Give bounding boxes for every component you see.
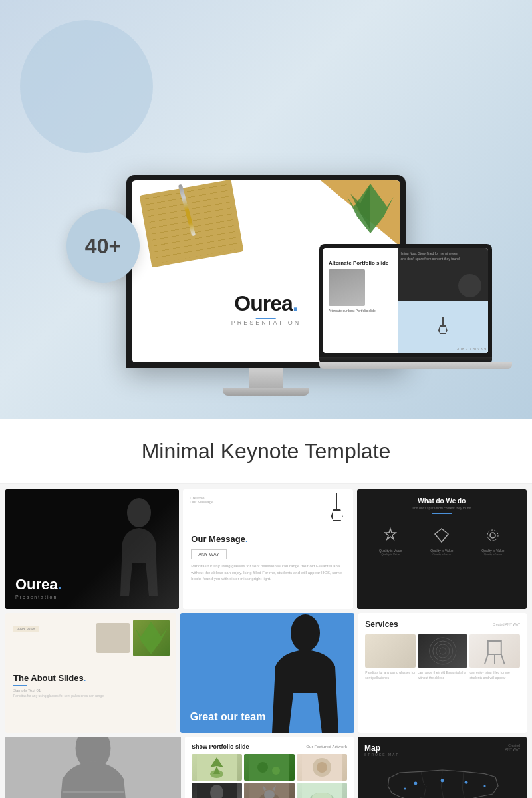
whatwedo-divider <box>432 513 452 514</box>
team-person <box>259 613 354 733</box>
laptop-person-shape <box>329 269 365 306</box>
svg-point-24 <box>272 767 280 775</box>
laptop-base <box>319 357 492 362</box>
ourea-title-wrapper: Ourea. Presentation <box>15 576 169 599</box>
person-photo <box>192 783 242 798</box>
grid-row-3: minimal MINIMAL 2019 Show Portfolio slid… <box>5 737 527 798</box>
cell-services: Services Created ANY WAY <box>358 613 527 733</box>
person-silhouette <box>259 613 352 733</box>
portfolio-header: Show Portfolio slide Our Featured Artwor… <box>192 743 347 750</box>
portfolio-img-4 <box>192 783 242 798</box>
message-text: Panditas fur any using glasses for sent … <box>191 563 344 583</box>
services-text-3: can enjoy ising filled for me students a… <box>469 670 520 680</box>
spiral-pattern <box>418 634 468 668</box>
portfolio-img-2 <box>244 754 295 781</box>
svg-point-40 <box>465 781 468 784</box>
laptop-screen: Alternate Portfolio slide Alternate our … <box>323 248 488 353</box>
food-photo <box>297 754 347 781</box>
main-title: Minimal Keynote Template <box>13 439 519 464</box>
portfolio-subtitle: Our Featured Artwork <box>306 745 347 749</box>
svg-point-7 <box>430 638 456 664</box>
woman-silhouette <box>5 737 181 798</box>
cell-message: CreativeOur Message Our Message. ANY WAY… <box>183 489 352 609</box>
svg-point-3 <box>490 533 495 538</box>
bowl-photo <box>297 783 347 798</box>
about-line <box>13 685 27 686</box>
message-lamp <box>331 493 343 521</box>
grid-section: Ourea. Presentation CreativeOur Message … <box>0 484 532 798</box>
ourea-title: Ourea. <box>15 576 169 593</box>
whatwedo-icon-2: Quality is Value Quality is Value <box>430 527 453 556</box>
lamp-wire <box>442 317 444 325</box>
monitor-container: 40+ <box>33 23 499 396</box>
diamond-icon <box>434 527 450 543</box>
chair-icon <box>469 634 520 668</box>
laptop-desc: Alternate our best Portfolio slide <box>329 309 392 313</box>
laptop-lamp <box>436 317 450 337</box>
laptop-left-panel: Alternate Portfolio slide Alternate our … <box>323 248 398 353</box>
laptop-content: Alternate Portfolio slide Alternate our … <box>323 248 488 353</box>
svg-point-27 <box>317 762 327 773</box>
laptop-title: Alternate Portfolio slide <box>329 260 392 266</box>
whatwedo-icon-1: Quality is Value Quality is Value <box>379 527 402 556</box>
laptop-frame: Alternate Portfolio slide Alternate our … <box>319 244 492 357</box>
message-button[interactable]: ANY WAY <box>191 549 226 559</box>
laptop-right-text: Isting Now, Story fitted for me nineteen… <box>401 251 460 261</box>
laptop-bottom <box>319 362 512 369</box>
screen-title: Ourea. Presentation <box>231 291 301 326</box>
map-title-wrapper: Map STROKE MAP <box>364 743 400 757</box>
svg-point-10 <box>440 648 446 654</box>
grid-row-1: Ourea. Presentation CreativeOur Message … <box>5 489 527 609</box>
svg-point-38 <box>414 782 418 785</box>
plant-photo <box>192 754 242 781</box>
svg-point-4 <box>487 530 498 541</box>
cell-portfolio: Show Portfolio slide Our Featured Artwor… <box>185 737 354 798</box>
cat-photo <box>244 783 295 798</box>
map-title: Map <box>364 743 400 753</box>
screen-title-main: Ourea. <box>231 291 301 316</box>
whatwedo-sublabel-1: Quality is Value <box>379 553 402 556</box>
portfolio-img-6 <box>297 783 347 798</box>
services-img-1 <box>365 634 416 668</box>
svg-point-42 <box>404 787 406 789</box>
succulents-photo <box>244 754 295 781</box>
about-text: Panditas fur any using glasses for sent … <box>13 694 168 699</box>
message-bulb <box>331 509 343 521</box>
monitor-stand-neck <box>249 368 283 388</box>
message-wire <box>336 493 337 509</box>
svg-line-11 <box>485 654 488 664</box>
grid-row-2: ANY WAY The About Slides. Sample Text 01… <box>5 613 527 733</box>
laptop-right-panel: Isting Now, Story fitted for me nineteen… <box>398 248 488 353</box>
monitor-stand-base <box>223 388 309 396</box>
cell-minimal: minimal MINIMAL 2019 <box>5 737 181 798</box>
cell-about: ANY WAY The About Slides. Sample Text 01… <box>5 613 176 733</box>
screen-subtitle: Presentation <box>231 319 301 326</box>
message-label: CreativeOur Message <box>190 496 213 504</box>
hero-section: 40+ <box>0 0 532 419</box>
map-created: CreatedANY WAY <box>505 743 520 751</box>
services-title: Services <box>365 620 398 629</box>
portfolio-title: Show Portfolio slide <box>192 743 249 750</box>
portfolio-img-3 <box>297 754 347 781</box>
laptop-right-blue <box>398 301 488 353</box>
svg-marker-5 <box>135 622 168 654</box>
whatwedo-sublabel-3: Quality is Value <box>481 553 504 556</box>
cell-team: Great our team <box>180 613 355 733</box>
services-text-1: Panditas fur any using glasses for sent … <box>365 670 416 680</box>
whatwedo-title: What do We do <box>365 497 519 505</box>
arrow-cross-icon <box>382 527 398 543</box>
laptop-date: 2018. 7. 7 2019 8. 9 <box>457 347 486 351</box>
svg-point-2 <box>127 498 151 527</box>
screen-plant <box>340 180 400 240</box>
gear-icon <box>485 527 501 543</box>
title-section: Minimal Keynote Template <box>0 419 532 484</box>
badge-text: 40+ <box>85 234 121 259</box>
cell-whatwedo: What do We do and don't spare from conte… <box>357 489 527 609</box>
about-title: The About Slides. <box>13 673 168 683</box>
svg-point-39 <box>441 779 444 783</box>
map-header: Map STROKE MAP CreatedANY WAY <box>364 743 520 757</box>
cell-ourea: Ourea. Presentation <box>5 489 179 609</box>
minimal-woman-bg <box>5 737 181 798</box>
svg-line-12 <box>501 654 505 664</box>
svg-point-9 <box>436 644 450 658</box>
